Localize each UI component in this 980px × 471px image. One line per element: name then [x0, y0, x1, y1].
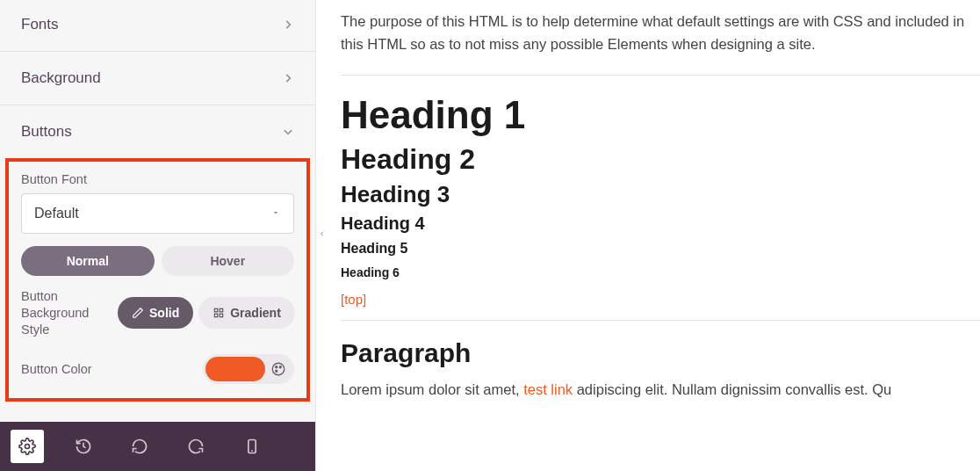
- heading-3: Heading 3: [341, 181, 980, 208]
- section-background-label: Background: [21, 69, 101, 87]
- collapse-sidebar-handle[interactable]: [316, 221, 328, 246]
- gear-icon: [18, 438, 36, 455]
- history-icon: [75, 438, 92, 455]
- svg-rect-1: [220, 309, 223, 313]
- bg-style-gradient[interactable]: Gradient: [198, 297, 295, 329]
- color-palette-icon[interactable]: [265, 357, 292, 381]
- button-font-label: Button Font: [21, 172, 294, 186]
- button-font-value: Default: [34, 206, 79, 221]
- svg-point-6: [279, 366, 281, 367]
- chevron-right-icon: [282, 18, 294, 31]
- heading-4: Heading 4: [341, 214, 980, 234]
- bg-style-label: Button Background Style: [21, 288, 109, 338]
- grid-icon: [213, 307, 225, 319]
- test-link[interactable]: test link: [523, 381, 573, 397]
- intro-text: The purpose of this HTML is to help dete…: [341, 11, 980, 55]
- divider: [341, 75, 980, 76]
- tab-hover[interactable]: Hover: [162, 246, 295, 276]
- button-color-control: [203, 354, 294, 384]
- caret-down-icon: [270, 206, 281, 221]
- section-buttons-label: Buttons: [21, 123, 72, 141]
- customizer-sidebar: Fonts Background Buttons Button: [0, 0, 316, 471]
- bottombar-undo[interactable]: [123, 430, 156, 463]
- bg-style-solid-label: Solid: [149, 306, 179, 320]
- paragraph-heading: Paragraph: [341, 338, 980, 368]
- heading-2: Heading 2: [341, 143, 980, 176]
- bottombar: [0, 422, 315, 471]
- button-font-group: Button Font Default: [21, 172, 294, 234]
- heading-1: Heading 1: [341, 93, 980, 138]
- bg-style-gradient-label: Gradient: [230, 306, 281, 320]
- svg-rect-2: [215, 314, 219, 317]
- svg-point-4: [272, 363, 285, 375]
- sidebar-scroll: Fonts Background Buttons Button: [0, 0, 315, 422]
- buttons-panel: Button Font Default Normal Hover: [5, 158, 310, 402]
- para-prefix: Lorem ipsum dolor sit amet,: [341, 381, 523, 397]
- chevron-right-icon: [282, 72, 294, 84]
- svg-point-8: [25, 445, 30, 449]
- top-link[interactable]: [top]: [341, 292, 366, 307]
- chevron-down-icon: [282, 126, 294, 138]
- bottombar-redo[interactable]: [179, 430, 213, 463]
- button-font-select[interactable]: Default: [21, 193, 294, 234]
- preview-pane: The purpose of this HTML is to help dete…: [316, 0, 980, 471]
- bottombar-mobile[interactable]: [235, 430, 269, 463]
- section-fonts-label: Fonts: [21, 16, 59, 33]
- pencil-icon: [132, 307, 144, 319]
- divider: [341, 320, 980, 321]
- bottombar-settings[interactable]: [11, 430, 44, 463]
- chevron-left-icon: [319, 228, 326, 240]
- redo-icon: [187, 438, 205, 455]
- svg-point-7: [276, 370, 277, 372]
- tab-normal[interactable]: Normal: [21, 246, 155, 276]
- bg-style-group: Button Background Style Solid: [21, 288, 294, 338]
- section-background[interactable]: Background: [0, 51, 315, 105]
- bottombar-history[interactable]: [67, 430, 100, 463]
- state-tabs: Normal Hover: [21, 246, 294, 276]
- svg-rect-0: [215, 309, 219, 313]
- svg-point-5: [276, 366, 277, 367]
- bg-style-solid[interactable]: Solid: [118, 297, 193, 329]
- para-suffix: adipiscing elit. Nullam dignissim conval…: [573, 381, 891, 397]
- button-color-label: Button Color: [21, 362, 92, 376]
- button-color-group: Button Color: [21, 354, 294, 384]
- mobile-icon: [243, 438, 261, 455]
- undo-icon: [131, 438, 148, 455]
- heading-5: Heading 5: [341, 241, 980, 257]
- button-color-swatch[interactable]: [205, 357, 265, 381]
- section-buttons[interactable]: Buttons: [0, 105, 315, 158]
- paragraph-text: Lorem ipsum dolor sit amet, test link ad…: [341, 379, 980, 402]
- section-fonts[interactable]: Fonts: [0, 0, 315, 51]
- svg-rect-3: [220, 314, 223, 317]
- heading-6: Heading 6: [341, 265, 980, 279]
